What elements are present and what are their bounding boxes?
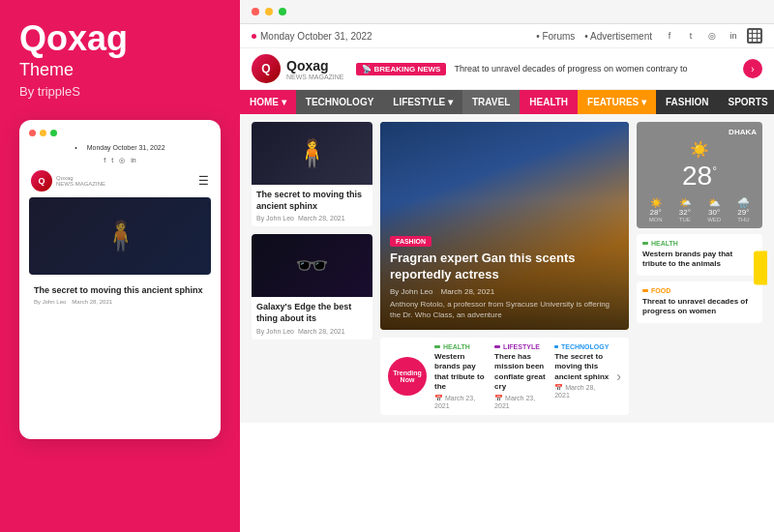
mock-window-dots — [29, 130, 211, 136]
linkedin-icon[interactable]: in — [726, 28, 741, 44]
weather-city: DHAKA — [642, 128, 757, 136]
article-author-galaxy: By John Leo — [256, 328, 294, 335]
mock-dot-red — [29, 130, 36, 136]
article-date-galaxy: March 28, 2021 — [298, 328, 345, 335]
top-info-right: • Forums • Advertisement f t ◎ in — [536, 28, 762, 44]
facebook-icon[interactable]: f — [662, 28, 677, 44]
weather-temp-unit: ° — [712, 164, 717, 178]
trending-badge: Trending Now — [388, 357, 427, 396]
forecast-mon: ☀️ 28° MON — [642, 197, 669, 222]
site-logo[interactable]: Q Qoxag NEWS MAGAZINE — [252, 54, 344, 83]
trending-title-1: Western brands pay that tribute to the — [434, 352, 489, 393]
article-body-sphinx: The secret to moving this ancient sphinx… — [252, 185, 372, 226]
nav-item-features[interactable]: FEATURES ▾ — [578, 90, 656, 114]
weather-widget: DHAKA ☀️ 28° ☀️ 28° MON 🌤️ 32° — [637, 122, 762, 228]
featured-desc: Anthony Rotolo, a professor from Syracus… — [390, 299, 619, 320]
forecast-mon-label: MON — [642, 217, 669, 222]
trending-date-2: 📅 March 23, 2021 — [494, 395, 549, 409]
right-news-title-1: Western brands pay that tribute to the a… — [642, 250, 757, 270]
nav-item-sports[interactable]: SPORTS — [718, 90, 774, 114]
mock-date-dot: • — [74, 144, 76, 151]
grid-menu-icon[interactable] — [747, 28, 762, 44]
article-card-galaxy[interactable]: 🕶️ Galaxy's Edge the best thing about it… — [252, 234, 372, 339]
article-author-sphinx: By John Leo — [256, 215, 294, 222]
forecast-tue-label: TUE — [671, 217, 698, 222]
mock-facebook-icon: f — [104, 157, 105, 164]
chrome-dot-yellow — [265, 8, 273, 15]
forecast-tue: 🌤️ 32° TUE — [671, 197, 698, 222]
forecast-tue-temp: 32° — [671, 208, 698, 217]
trending-next-arrow[interactable]: › — [616, 369, 621, 384]
forums-link[interactable]: • Forums — [536, 31, 575, 42]
article-image-galaxy: 🕶️ — [252, 234, 372, 297]
top-date: Monday October 31, 2022 — [260, 31, 372, 42]
mock-dot-green — [50, 130, 57, 136]
mock-instagram-icon: ◎ — [119, 157, 125, 164]
browser-panel: Monday October 31, 2022 • Forums • Adver… — [240, 0, 774, 532]
forecast-wed: ⛅ 30° WED — [701, 197, 728, 222]
weather-temp-value: 28 — [682, 161, 712, 191]
mock-article-content: The secret to moving this ancient sphinx… — [29, 281, 211, 310]
article-title-galaxy: Galaxy's Edge the best thing about its — [256, 302, 368, 324]
instagram-icon[interactable]: ◎ — [704, 28, 720, 44]
trending-item-1[interactable]: HEALTH Western brands pay that tribute t… — [434, 343, 489, 409]
weather-temperature: 28° — [642, 161, 757, 192]
mock-dot-yellow — [40, 130, 46, 136]
top-social-icons: f t ◎ in — [662, 28, 762, 44]
content-left-column: 🧍 The secret to moving this ancient sphi… — [252, 122, 372, 415]
trending-date-1: 📅 March 23, 2021 — [434, 395, 489, 409]
featured-overlay: FASHION Fragran expert Gan this scents r… — [380, 201, 629, 330]
breaking-news-arrow[interactable]: › — [743, 59, 762, 78]
right-news-item-2[interactable]: FOOD Threat to unravel decades of progre… — [637, 281, 762, 323]
advertisement-link[interactable]: • Advertisement — [584, 31, 652, 42]
trending-category-2: LIFESTYLE — [494, 343, 549, 350]
logo-circle: Q — [252, 54, 281, 83]
mock-hamburger-icon[interactable]: ☰ — [198, 174, 209, 188]
trending-dot-1 — [434, 345, 440, 348]
trending-item-3[interactable]: TECHNOLOGY The secret to moving this anc… — [554, 343, 609, 409]
nav-item-technology[interactable]: TECHNOLOGY — [296, 90, 384, 114]
nav-item-home[interactable]: HOME ▾ — [240, 90, 296, 114]
featured-meta: By John Leo March 28, 2021 — [390, 287, 619, 296]
mock-logo-circle: Q — [31, 170, 52, 192]
browser-chrome — [240, 0, 774, 24]
brand-sub: Theme — [19, 60, 221, 80]
trending-title-3: The secret to moving this ancient sphinx — [554, 352, 609, 382]
logo-text: Qoxag NEWS MAGAZINE — [286, 58, 344, 80]
nav-item-travel[interactable]: TRAVEL — [462, 90, 520, 114]
mock-logo: Q Qoxag NEWS MAGAZINE — [31, 170, 105, 192]
trending-row: Trending Now HEALTH Western brands pay t… — [380, 338, 629, 415]
mock-article-date: March 28, 2021 — [72, 299, 112, 305]
nav-item-fashion[interactable]: FASHION — [656, 90, 718, 114]
site-content: Monday October 31, 2022 • Forums • Adver… — [240, 24, 774, 532]
twitter-icon[interactable]: t — [683, 28, 699, 44]
site-header: Q Qoxag NEWS MAGAZINE BREAKING NEWS Thre… — [240, 48, 774, 90]
right-news-item-1[interactable]: HEALTH Western brands pay that tribute t… — [637, 234, 762, 276]
breaking-news-bar: BREAKING NEWS Threat to unravel decades … — [356, 59, 762, 78]
forecast-mon-temp: 28° — [642, 208, 669, 217]
trending-category-3: TECHNOLOGY — [554, 343, 609, 350]
trending-label-bottom: Now — [401, 376, 415, 383]
breaking-news-badge: BREAKING NEWS — [356, 63, 447, 75]
date-dot — [252, 34, 256, 39]
article-card-sphinx[interactable]: 🧍 The secret to moving this ancient sphi… — [252, 122, 372, 226]
top-info-bar: Monday October 31, 2022 • Forums • Adver… — [240, 24, 774, 48]
mock-hero-image: 🧍 — [29, 197, 211, 275]
nav-item-lifestyle[interactable]: LIFESTYLE ▾ — [383, 90, 462, 114]
article-title-sphinx: The secret to moving this ancient sphinx — [256, 190, 368, 212]
article-body-galaxy: Galaxy's Edge the best thing about its B… — [252, 297, 372, 339]
mock-twitter-icon: t — [111, 157, 113, 164]
mock-logo-bar: Q Qoxag NEWS MAGAZINE ☰ — [29, 170, 211, 192]
featured-article[interactable]: FASHION Fragran expert Gan this scents r… — [380, 122, 629, 330]
trending-date-3: 📅 March 28, 2021 — [554, 384, 609, 399]
right-news-title-2: Threat to unravel decades of progress on… — [642, 297, 757, 317]
article-meta-sphinx: By John Leo March 28, 2021 — [256, 215, 368, 222]
trending-item-2[interactable]: LIFESTYLE There has mission been conflat… — [494, 343, 549, 409]
trending-category-1: HEALTH — [434, 343, 489, 350]
nav-item-health[interactable]: HEALTH — [520, 90, 578, 114]
forecast-mon-icon: ☀️ — [642, 197, 669, 208]
brand-name: Qoxag — [19, 19, 221, 58]
mobile-mockup: • Monday October 31, 2022 f t ◎ in Q Qox… — [19, 120, 221, 439]
mock-logo-text: Qoxag NEWS MAGAZINE — [56, 175, 105, 187]
forecast-tue-icon: 🌤️ — [671, 197, 698, 208]
